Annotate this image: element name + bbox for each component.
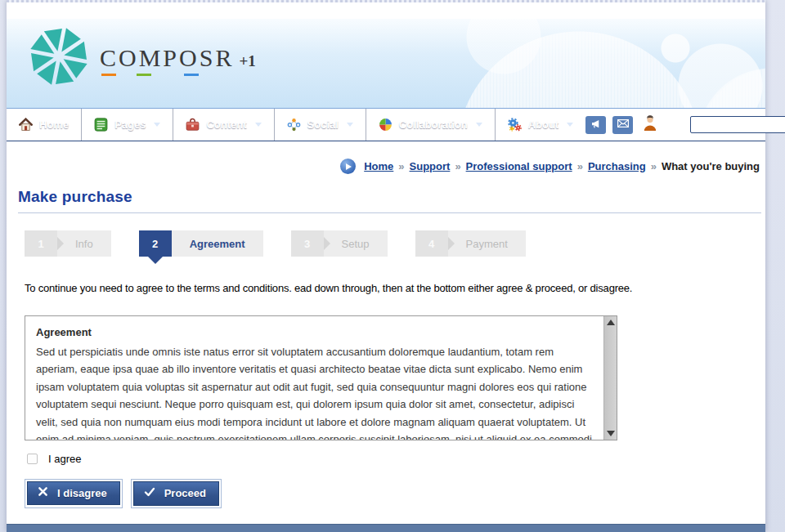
messages-button[interactable] xyxy=(612,116,633,134)
step-number: 4 xyxy=(415,230,448,257)
action-buttons: I disagree Proceed xyxy=(25,479,761,508)
breadcrumb-current: What you're buying xyxy=(662,160,760,172)
nav-item-home[interactable]: Home xyxy=(7,109,81,141)
collaboration-icon xyxy=(379,118,392,132)
page-title: Make purchase xyxy=(18,188,761,206)
breadcrumb: Home » Support » Professional support » … xyxy=(18,141,761,174)
wizard-step-agreement-active: 2 Agreement xyxy=(139,230,263,257)
breadcrumb-separator: » xyxy=(577,160,583,172)
footer-bar xyxy=(7,524,765,532)
x-icon xyxy=(38,486,48,499)
check-icon xyxy=(144,486,155,500)
wizard-step-payment: 4 Payment xyxy=(415,230,526,257)
chevron-down-icon xyxy=(567,123,573,127)
site-logo[interactable]: COMPOSR+1 xyxy=(28,25,256,91)
chevron-down-icon xyxy=(154,123,160,127)
nav-item-collaboration[interactable]: Collaboration xyxy=(366,109,495,141)
i-agree-label[interactable]: I agree xyxy=(48,453,81,465)
nav-item-label: Collaboration xyxy=(399,118,468,131)
megaphone-icon xyxy=(590,118,602,132)
instruction-text: To continue you need to agree to the ter… xyxy=(25,282,761,294)
navbar-utilities: Search xyxy=(585,109,785,141)
breadcrumb-link-purchasing[interactable]: Purchasing xyxy=(588,160,646,172)
scroll-down-icon[interactable] xyxy=(607,431,615,436)
user-avatar-icon xyxy=(641,114,659,135)
account-button[interactable] xyxy=(639,114,661,136)
nav-item-label: About xyxy=(528,118,559,131)
breadcrumb-link-support[interactable]: Support xyxy=(410,160,451,172)
breadcrumb-separator: » xyxy=(398,160,404,172)
nav-item-about[interactable]: About xyxy=(495,109,586,141)
announcements-button[interactable] xyxy=(585,116,606,134)
nav-item-social[interactable]: Social xyxy=(274,109,366,141)
logo-underline-orange xyxy=(101,74,116,76)
nav-item-label: Home xyxy=(39,118,69,131)
nav-item-content[interactable]: Content xyxy=(173,109,273,141)
agreement-scrollbox[interactable]: Agreement Sed ut perspiciatis unde omnis… xyxy=(25,315,617,440)
step-label: Info xyxy=(57,230,111,257)
step-label: Setup xyxy=(324,230,388,257)
envelope-icon xyxy=(617,117,630,132)
wizard-step-info: 1 Info xyxy=(25,230,111,257)
wizard-steps: 1 Info 2 Agreement 3 Setup 4 Payment xyxy=(25,230,761,257)
breadcrumb-play-icon xyxy=(340,159,356,174)
step-number: 2 xyxy=(139,230,172,257)
title-divider xyxy=(18,212,761,213)
i-agree-checkbox[interactable] xyxy=(27,454,38,464)
disagree-button-label: I disagree xyxy=(57,487,107,499)
agreement-heading: Agreement xyxy=(36,324,592,342)
nav-item-label: Pages xyxy=(114,118,146,131)
agreement-scrollbar[interactable] xyxy=(603,316,617,440)
top-spacer xyxy=(7,2,765,19)
chevron-down-icon xyxy=(255,123,262,127)
social-icon xyxy=(287,118,301,132)
logo-underline-blue xyxy=(184,74,199,76)
content-area: Home » Support » Professional support » … xyxy=(7,141,765,524)
page-container: COMPOSR+1 Home xyxy=(7,0,765,532)
breadcrumb-link-professional-support[interactable]: Professional support xyxy=(466,160,572,172)
logo-underline-green xyxy=(137,74,151,76)
breadcrumb-separator: » xyxy=(455,160,460,172)
step-label: Agreement xyxy=(172,230,263,257)
pages-icon xyxy=(94,118,108,132)
consent-row: I agree xyxy=(27,453,761,465)
about-icon xyxy=(508,118,522,132)
breadcrumb-separator: » xyxy=(651,160,657,172)
proceed-button-label: Proceed xyxy=(164,487,206,499)
logo-wordmark: COMPOSR+1 xyxy=(100,44,256,72)
main-navbar: Home Pages xyxy=(7,108,765,141)
agreement-content: Agreement Sed ut perspiciatis unde omnis… xyxy=(25,316,617,440)
disagree-button[interactable]: I disagree xyxy=(25,479,123,508)
nav-item-pages[interactable]: Pages xyxy=(81,109,173,141)
logo-text: COMPOSR xyxy=(100,44,234,71)
content-icon xyxy=(186,118,200,132)
site-header: COMPOSR+1 xyxy=(7,19,765,108)
step-number: 3 xyxy=(291,230,324,257)
step-number: 1 xyxy=(25,230,57,257)
proceed-button[interactable]: Proceed xyxy=(131,479,222,508)
logo-suffix: +1 xyxy=(239,52,255,69)
pinwheel-logo-icon xyxy=(28,25,90,91)
breadcrumb-link-home[interactable]: Home xyxy=(364,160,393,172)
nav-item-label: Content xyxy=(206,118,246,131)
search-area: Search xyxy=(690,116,785,134)
step-label: Payment xyxy=(448,230,526,257)
chevron-down-icon xyxy=(347,123,353,127)
nav-item-label: Social xyxy=(307,118,339,131)
wizard-step-setup: 3 Setup xyxy=(291,230,388,257)
home-icon xyxy=(19,118,33,132)
search-input[interactable] xyxy=(690,116,785,133)
agreement-body: Sed ut perspiciatis unde omnis iste natu… xyxy=(36,343,592,441)
scroll-up-icon[interactable] xyxy=(607,320,615,325)
chevron-down-icon xyxy=(476,123,482,127)
